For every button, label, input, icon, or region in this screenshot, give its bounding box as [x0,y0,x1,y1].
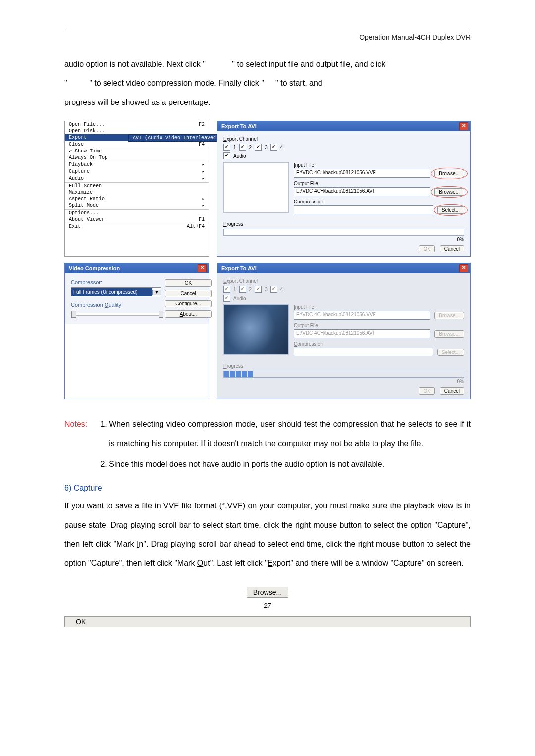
export-dialog-title: Export To AVI [221,123,257,129]
vc-title: Video Compression [69,265,120,271]
export-channel-label: Export Channel [223,136,464,142]
browse-input-button[interactable]: Browse... [434,170,464,177]
vc-about-button[interactable]: About... [165,310,212,318]
audio-label: Audio [233,296,246,301]
browse-output-button[interactable]: Browse... [434,188,464,196]
chk-ch2[interactable]: ✔ [239,144,246,151]
close-icon[interactable]: ✕ [198,264,207,272]
chk-ch1: ✔ [223,286,230,293]
video-compression-dialog: Video Compression ✕ Compressor: Full Fra… [64,263,209,399]
export-ok-button[interactable]: OK [419,245,434,252]
menu-full-screen[interactable]: Full Screen [65,183,209,189]
intro-line2c: " to start, and [275,79,322,87]
intro-line2a: " [64,79,67,87]
note-2: Since this model does not have audio in … [109,455,471,474]
close-icon[interactable]: ✕ [459,122,468,130]
menu-show-time[interactable]: ✔ Show Time [65,148,209,154]
menu-export[interactable]: Export AVI (Audio-Video Interleaved File… [65,134,209,141]
menu-always-on-top[interactable]: Always On Top [65,154,209,161]
compression-label: Compression [294,341,464,347]
browse-input-button: Browse... [434,312,464,319]
export-dialog-title: Export To AVI [221,265,257,271]
intro-line3: progress will be showed as a percentage. [64,98,210,106]
ok-button[interactable]: OK [64,616,471,627]
menu-playback[interactable]: Playback [65,161,209,168]
intro-line1a: audio option is not available. Next clic… [64,60,206,68]
vc-compressor-label: Compressor: [71,279,160,285]
menu-exit[interactable]: ExitAlt+F4 [65,223,209,230]
menu-options[interactable]: Options... [65,210,209,216]
notes-body: When selecting video compression mode, u… [99,415,471,476]
menu-split-mode[interactable]: Split Mode [65,202,209,209]
compression-field [294,348,433,356]
export-dialog: Export To AVI ✕ Export Channel ✔1 ✔2 ✔3 … [217,121,471,257]
progress-bar [223,371,464,378]
menu-open-file[interactable]: Open File...F2 [65,121,209,128]
select-compression-button[interactable]: Select... [437,206,464,214]
browse-button[interactable]: Browse... [247,587,288,598]
slider-end-icon [159,311,163,318]
export-cancel-button[interactable]: Cancel [440,387,464,395]
menu-about[interactable]: About ViewerF1 [65,216,209,223]
output-file-field[interactable]: E:\VDC 4CH\backup\08121056.AVI [294,187,430,196]
menu-close[interactable]: CloseF4 [65,141,209,148]
progress-percent: 0% [223,237,464,242]
vc-ok-button[interactable]: OK [165,279,212,287]
vc-compressor-combo[interactable]: Full Frames (Uncompressed) ▼ [71,287,161,297]
menu-capture[interactable]: Capture [65,168,209,175]
page-number: 27 [64,602,471,609]
vc-configure-button[interactable]: Configure... [165,300,212,307]
intro-line2b: " to select video compression mode. Fina… [89,79,264,87]
vc-quality-label: Compression Quality: [71,302,160,308]
section-6-heading: 6) Capture [64,484,471,493]
progress-label: Progress [223,221,464,227]
export-dialog-progress: Export To AVI ✕ Export Channel ✔1 ✔2 ✔3 … [217,263,471,399]
note-1: When selecting video compression mode, u… [109,415,471,453]
section-6-paragraph: If you want to save a file in VVF file f… [64,497,471,573]
menu-open-disk[interactable]: Open Disk... [65,128,209,134]
output-file-field: E:\VDC 4CH\backup\08121056.AVI [294,329,430,338]
chk-audio[interactable]: ✔ [223,152,230,159]
chk-ch4: ✔ [270,286,277,293]
progress-bar [223,229,464,236]
chk-ch2: ✔ [239,286,246,293]
output-file-label: Output File [294,181,464,186]
input-file-label: Input File [294,162,464,168]
preview-box [223,304,289,355]
close-icon[interactable]: ✕ [459,264,468,272]
chk-audio: ✔ [223,295,230,302]
select-compression-button: Select... [437,349,464,356]
chk-ch4[interactable]: ✔ [270,144,277,151]
export-channels: ✔1 ✔2 ✔3 ✔4 [223,286,464,293]
browse-output-button: Browse... [434,330,464,338]
menu-audio[interactable]: Audio [65,175,209,182]
output-file-label: Output File [294,323,464,328]
export-ok-button: OK [419,387,434,395]
bottom-strip: Browse... [64,587,471,598]
notes-label: Notes: [64,415,87,476]
chk-ch3[interactable]: ✔ [255,144,262,151]
export-cancel-button[interactable]: Cancel [440,245,464,252]
input-file-field: E:\VDC 4CH\backup\08121056.VVF [294,311,430,320]
compression-field [294,205,433,214]
menu-maximize[interactable]: Maximize [65,189,209,196]
audio-label: Audio [233,153,246,159]
intro-paragraph: audio option is not available. Next clic… [64,55,471,112]
export-channel-label: Export Channel [223,278,464,284]
progress-percent: 0% [223,379,464,384]
progress-label: Progress [223,363,464,369]
export-channels: ✔1 ✔2 ✔3 ✔4 [223,144,464,151]
page-header: Operation Manual-4CH Duplex DVR [64,33,471,41]
input-file-label: Input File [294,304,464,310]
chevron-down-icon[interactable]: ▼ [152,290,160,295]
preview-box [223,162,289,213]
menu-aspect-ratio[interactable]: Aspect Ratio [65,196,209,202]
compression-label: Compression [294,199,464,204]
context-menu: Open File...F2 Open Disk... Export AVI (… [64,121,209,257]
input-file-field[interactable]: E:\VDC 4CH\backup\08121056.VVF [294,169,430,178]
intro-line1b: " to select input file and output file, … [232,60,385,68]
chk-ch1[interactable]: ✔ [223,144,230,151]
vc-quality-slider[interactable] [71,313,160,316]
chk-ch3: ✔ [255,286,262,293]
vc-cancel-button[interactable]: Cancel [165,290,212,297]
